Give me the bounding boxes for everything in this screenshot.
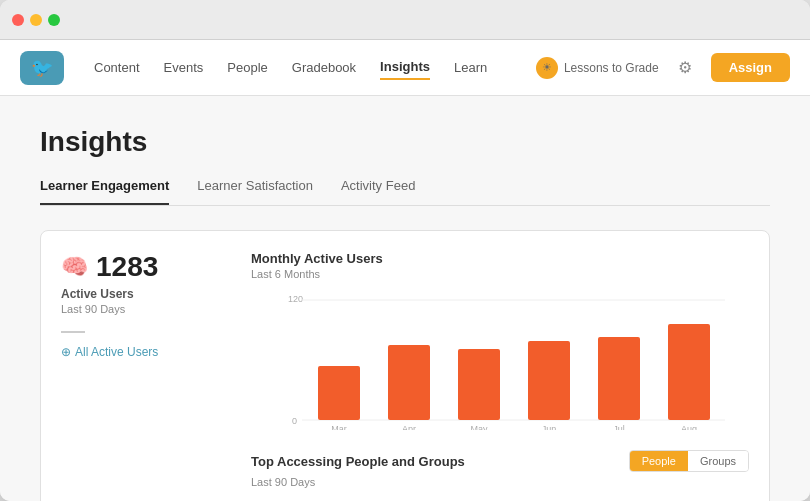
svg-text:0: 0 (292, 416, 297, 426)
nav-learn[interactable]: Learn (454, 56, 487, 79)
tab-learner-engagement[interactable]: Learner Engagement (40, 178, 169, 205)
bottom-section: Top Accessing People and Groups People G… (251, 450, 749, 501)
logo[interactable]: 🐦 (20, 51, 64, 85)
tabs: Learner Engagement Learner Satisfaction … (40, 178, 770, 206)
nav-gradebook[interactable]: Gradebook (292, 56, 356, 79)
groups-toggle[interactable]: Groups (688, 451, 748, 471)
section-period: Last 90 Days (251, 476, 749, 488)
circle-icon: ⊕ (61, 345, 71, 359)
stats-panel: 🧠 1283 Active Users Last 90 Days ⊕ All A… (61, 251, 221, 501)
svg-text:Mar: Mar (331, 424, 347, 430)
app-window: 🐦 Content Events People Gradebook Insigh… (0, 0, 810, 501)
divider (61, 331, 85, 333)
titlebar (0, 0, 810, 40)
lessons-label: Lessons to Grade (564, 61, 659, 75)
active-users-period: Last 90 Days (61, 303, 221, 315)
svg-text:Jun: Jun (542, 424, 557, 430)
nav-right: ☀ Lessons to Grade ⚙ Assign (536, 53, 790, 82)
svg-text:Aug: Aug (681, 424, 697, 430)
active-users-label: Active Users (61, 287, 221, 301)
nav-events[interactable]: Events (164, 56, 204, 79)
all-active-users-link[interactable]: ⊕ All Active Users (61, 345, 221, 359)
chart-subtitle: Last 6 Months (251, 268, 749, 280)
bar-may (458, 349, 500, 420)
settings-button[interactable]: ⚙ (671, 54, 699, 82)
bar-jun (528, 341, 570, 420)
navbar: 🐦 Content Events People Gradebook Insigh… (0, 40, 810, 96)
nav-content[interactable]: Content (94, 56, 140, 79)
bar-chart: 120 0 Mar Apr May (251, 290, 749, 430)
tab-learner-satisfaction[interactable]: Learner Satisfaction (197, 178, 313, 205)
nav-insights[interactable]: Insights (380, 55, 430, 80)
logo-icon: 🐦 (31, 57, 53, 79)
main-content: Insights Learner Engagement Learner Sati… (0, 96, 810, 501)
chart-panel: Monthly Active Users Last 6 Months 120 0 (251, 251, 749, 501)
svg-text:May: May (470, 424, 488, 430)
minimize-button[interactable] (30, 14, 42, 26)
nav-links: Content Events People Gradebook Insights… (94, 55, 536, 80)
lessons-icon: ☀ (536, 57, 558, 79)
bar-mar (318, 366, 360, 420)
bar-jul (598, 337, 640, 420)
active-users-header: 🧠 1283 (61, 251, 221, 283)
nav-people[interactable]: People (227, 56, 267, 79)
maximize-button[interactable] (48, 14, 60, 26)
toggle-group: People Groups (629, 450, 749, 472)
insights-card: 🧠 1283 Active Users Last 90 Days ⊕ All A… (40, 230, 770, 501)
assign-button[interactable]: Assign (711, 53, 790, 82)
page-title: Insights (40, 126, 770, 158)
tab-activity-feed[interactable]: Activity Feed (341, 178, 415, 205)
svg-text:Jul: Jul (613, 424, 625, 430)
people-toggle[interactable]: People (630, 451, 688, 471)
all-users-label: All Active Users (75, 345, 158, 359)
traffic-lights (12, 14, 60, 26)
lessons-badge[interactable]: ☀ Lessons to Grade (536, 57, 659, 79)
brain-icon: 🧠 (61, 254, 88, 280)
bar-apr (388, 345, 430, 420)
chart-svg: 120 0 Mar Apr May (251, 290, 749, 430)
chart-title: Monthly Active Users (251, 251, 749, 266)
user-count: 1283 (96, 251, 158, 283)
svg-text:120: 120 (288, 294, 303, 304)
close-button[interactable] (12, 14, 24, 26)
section-header: Top Accessing People and Groups People G… (251, 450, 749, 472)
bar-aug (668, 324, 710, 420)
top-accessing-title: Top Accessing People and Groups (251, 454, 465, 469)
svg-text:Apr: Apr (402, 424, 416, 430)
